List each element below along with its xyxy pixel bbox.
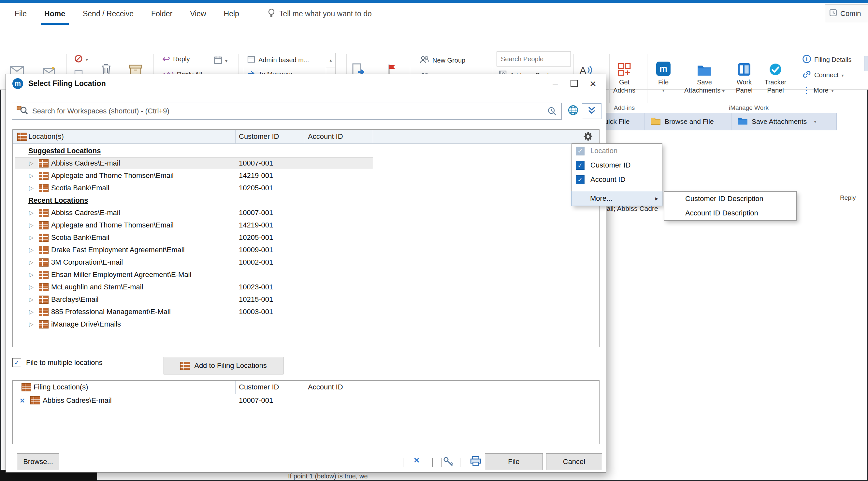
checkbox-icon[interactable] <box>576 161 585 170</box>
cancel-button[interactable]: Cancel <box>546 453 602 470</box>
tell-me-label: Tell me what you want to do <box>279 9 372 18</box>
get-addins-button[interactable]: Get Add-ins <box>607 52 642 94</box>
workspace-search-input[interactable]: Search for Workspaces (shortcut) - (Ctrl… <box>12 103 562 120</box>
filing-details-button[interactable]: Filing Details <box>802 54 851 65</box>
quick-step-item[interactable]: Admin based m... <box>244 53 326 67</box>
expand-triangle-icon[interactable]: ▷ <box>29 244 34 256</box>
global-search-icon[interactable] <box>567 104 579 118</box>
more-label: More <box>814 87 829 94</box>
tab-folder[interactable]: Folder <box>143 3 181 25</box>
checkbox-icon[interactable] <box>576 175 585 184</box>
minimize-button[interactable]: – <box>546 76 565 91</box>
tab-file[interactable]: File <box>6 3 35 25</box>
location-row[interactable]: ▷Applegate and Thorne Thomsen\Email14219… <box>13 170 599 182</box>
file-to-multiple-checkbox[interactable]: File to multiple locations <box>12 358 103 367</box>
file-button[interactable]: File <box>485 453 543 470</box>
recent-searches-icon[interactable] <box>547 106 557 116</box>
tab-view[interactable]: View <box>181 3 215 25</box>
location-name: Scotia Bank\Email <box>51 182 110 194</box>
submenu-item[interactable]: Customer ID Description <box>664 191 796 206</box>
expand-triangle-icon[interactable]: ▷ <box>29 256 34 269</box>
save-attachments-label-1: Save <box>697 78 712 86</box>
location-row[interactable]: ▷Abbiss Cadres\E-mail10007-001 <box>13 207 599 219</box>
expand-triangle-icon[interactable]: ▷ <box>29 231 34 244</box>
expand-triangle-icon[interactable]: ▷ <box>29 269 34 281</box>
location-row[interactable]: ▷Scotia Bank\Email10205-001 <box>13 231 599 244</box>
clipped-ribbon-icon <box>864 56 868 71</box>
customer-id-value: 10205-001 <box>239 182 273 194</box>
close-button[interactable]: × <box>584 76 602 91</box>
expand-triangle-icon[interactable]: ▷ <box>29 293 34 306</box>
tab-help[interactable]: Help <box>215 3 248 25</box>
scroll-up-icon[interactable]: ▴ <box>326 53 335 67</box>
location-row[interactable]: ▷3M Corporation\E-mail10002-001 <box>13 256 599 269</box>
new-group-button[interactable]: New Group <box>420 55 465 65</box>
filing-location-row[interactable]: ×Abbiss Cadres\E-mail10007-001 <box>13 394 599 407</box>
coming-soon-button[interactable]: Comin <box>825 4 868 23</box>
expand-triangle-icon[interactable]: ▷ <box>29 306 34 318</box>
location-row[interactable]: ▷Ehsan Miller Employment Agreement\E-Mai… <box>13 269 599 281</box>
more-menu-item[interactable]: More... ▸ <box>571 191 662 206</box>
column-menu-item[interactable]: Customer ID <box>572 158 662 172</box>
more-label: More... <box>590 194 612 203</box>
work-panel-label-2: Panel <box>736 86 752 94</box>
location-row[interactable]: ▷Abbiss Cadres\E-mail10007-001 <box>13 157 599 170</box>
location-row[interactable]: ▷McLaughlin and Stern\E-mail10023-001 <box>13 281 599 293</box>
coming-soon-icon <box>829 9 837 19</box>
expand-triangle-icon[interactable]: ▷ <box>29 318 34 330</box>
work-panel-button[interactable]: Work Panel <box>729 52 759 94</box>
column-menu-item[interactable]: Location <box>572 144 662 158</box>
browse-button[interactable]: Browse... <box>17 453 59 470</box>
maximize-button[interactable] <box>565 76 584 91</box>
browse-and-file-button[interactable]: Browse and File <box>644 113 737 130</box>
save-attachments-button[interactable]: Save Attachments <box>683 52 726 95</box>
location-row[interactable]: ▷Applegate and Thorne Thomsen\Email14219… <box>13 219 599 231</box>
workspace-icon <box>39 320 49 329</box>
meeting-button[interactable] <box>214 56 227 66</box>
connect-label: Connect <box>814 71 839 79</box>
checkbox-icon[interactable] <box>576 147 585 155</box>
location-row[interactable]: ▷Drake Fast Employment Agreement\Email10… <box>13 244 599 256</box>
location-row[interactable]: ▷Scotia Bank\Email10205-001 <box>13 182 599 194</box>
reply-button[interactable]: ↩Reply <box>162 54 190 64</box>
tell-me-box[interactable]: Tell me what you want to do <box>268 8 372 20</box>
search-people-input[interactable]: Search People <box>497 52 571 66</box>
expand-triangle-icon[interactable]: ▷ <box>29 207 34 219</box>
location-row[interactable]: ▷iManage Drive\Emails <box>13 318 599 330</box>
location-row[interactable]: ▷Barclays\Email10215-001 <box>13 293 599 306</box>
add-to-filing-locations-button[interactable]: Add to Filing Locations <box>163 357 283 374</box>
option-checkbox-print[interactable] <box>460 458 469 467</box>
column-customer-id[interactable]: Customer ID <box>239 130 279 143</box>
option-checkbox-security[interactable] <box>432 458 441 467</box>
tab-send-receive[interactable]: Send / Receive <box>74 3 143 25</box>
save-attachments-quick-label: Save Attachments <box>752 118 807 125</box>
location-row[interactable]: ▷885 Professional Management\E-Mail10003… <box>13 306 599 318</box>
expand-triangle-icon[interactable]: ▷ <box>29 281 34 293</box>
ignore-button[interactable] <box>74 54 88 64</box>
column-divider <box>373 130 373 143</box>
submenu-item[interactable]: Account ID Description <box>664 206 796 220</box>
column-location[interactable]: Location(s) <box>28 130 64 143</box>
remove-location-icon[interactable]: × <box>20 394 25 407</box>
expand-triangle-icon[interactable]: ▷ <box>29 157 34 170</box>
expand-triangle-icon[interactable]: ▷ <box>29 170 34 182</box>
workspace-icon <box>39 209 49 217</box>
imanage-file-button[interactable]: m File <box>648 52 679 94</box>
expand-triangle-icon[interactable]: ▷ <box>29 182 34 194</box>
customer-id-value: 10205-001 <box>239 231 273 244</box>
expand-triangle-icon[interactable]: ▷ <box>29 219 34 231</box>
option-checkbox-delete[interactable] <box>403 458 412 467</box>
checkbox-icon[interactable] <box>12 358 21 367</box>
column-account-id[interactable]: Account ID <box>308 130 343 143</box>
tracker-panel-button[interactable]: Tracker Panel <box>759 52 792 94</box>
column-menu-item[interactable]: Account ID <box>572 172 662 187</box>
location-name: iManage Drive\Emails <box>51 318 121 330</box>
locations-header[interactable]: Location(s) Customer ID Account ID <box>13 130 599 144</box>
imanage-logo-icon: m <box>12 78 23 89</box>
save-attachments-quick-button[interactable]: Save Attachments <box>731 113 837 130</box>
tab-home[interactable]: Home <box>35 3 74 25</box>
connect-button[interactable]: Connect <box>802 70 844 81</box>
expand-search-button[interactable] <box>582 103 601 119</box>
dialog-title-bar[interactable]: m Select Filing Location – × <box>6 74 606 93</box>
more-button[interactable]: ⋮More <box>802 85 834 95</box>
